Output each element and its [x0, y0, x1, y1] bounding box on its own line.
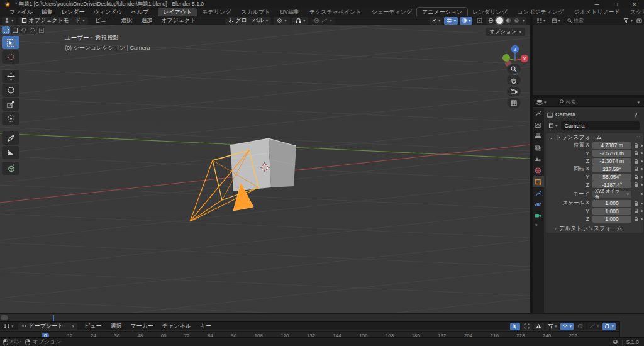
lock-icon[interactable] — [634, 150, 638, 156]
menu-item[interactable]: レンダー — [57, 8, 89, 16]
animate-dot[interactable] — [641, 145, 643, 147]
delta-transform-subpanel[interactable]: › デルタトランスフォーム — [546, 225, 643, 233]
show-overlays-toggle[interactable]: ▾ — [444, 17, 458, 25]
value-field[interactable]: -7.5761 m — [592, 150, 631, 157]
editor-type-button[interactable]: ▾ — [2, 17, 16, 25]
workspace-tab[interactable]: レイアウト — [158, 8, 197, 17]
value-field[interactable]: 55.954° — [592, 174, 631, 181]
auto-snap-selector[interactable]: ▾ — [560, 323, 574, 330]
tab-tool[interactable] — [533, 108, 544, 120]
snap-magnet-timeline[interactable]: ▾ — [602, 323, 616, 330]
camera-view-button[interactable] — [507, 87, 521, 96]
pivot-point-selector[interactable]: ▾ — [274, 17, 290, 25]
properties-options-button[interactable]: ▾ — [635, 100, 642, 104]
pan-view-button[interactable] — [507, 75, 521, 85]
tool-move[interactable] — [2, 70, 19, 83]
viewport-menu-item[interactable]: オブジェクト — [157, 16, 200, 25]
lock-icon[interactable] — [634, 143, 638, 148]
workspace-tab[interactable]: スクリプト作成 — [625, 8, 644, 17]
dope-sheet-mode-selector[interactable]: ドープシート ▾ — [18, 323, 78, 330]
outliner-display-mode[interactable]: ▾ — [535, 17, 548, 25]
tool-cursor[interactable] — [2, 50, 19, 64]
menu-item[interactable]: ファイル — [5, 8, 37, 16]
animate-dot[interactable] — [641, 168, 643, 170]
properties-search-input[interactable] — [557, 99, 633, 106]
tab-view-layer[interactable] — [533, 142, 544, 153]
tab-object-data[interactable] — [533, 210, 544, 221]
value-field[interactable]: 4.7307 m — [592, 142, 631, 149]
animate-dot[interactable] — [641, 193, 643, 195]
tab-object[interactable] — [533, 176, 544, 187]
tab-output[interactable] — [533, 131, 544, 142]
timeline-menu-item[interactable]: マーカー — [126, 322, 157, 330]
playhead-line[interactable] — [53, 315, 54, 321]
show-gizmo-toggle[interactable]: ▾ — [430, 17, 443, 25]
animate-dot[interactable] — [641, 152, 643, 154]
only-selected-toggle[interactable] — [510, 323, 520, 330]
tabs-overflow-chevron[interactable]: ▾ — [533, 221, 544, 230]
workspace-tab[interactable]: UV編集 — [275, 8, 304, 17]
menu-item[interactable]: ヘルプ — [127, 8, 153, 16]
value-field[interactable]: 217.59° — [592, 165, 631, 172]
viewport-3d[interactable]: ユーザー・透視投影 (0) シーンコレクション | Camera オプション ▾… — [0, 25, 530, 313]
tool-annotate[interactable] — [2, 131, 19, 145]
tool-add-cube[interactable] — [2, 162, 19, 175]
shading-wireframe-icon[interactable] — [488, 18, 494, 23]
workspace-tab[interactable]: ジオメトリノード — [569, 8, 625, 17]
workspace-tab[interactable]: コンポジティング — [513, 8, 569, 17]
tool-measure[interactable] — [2, 146, 19, 159]
select-box-button[interactable] — [11, 26, 19, 34]
animate-dot[interactable] — [641, 210, 643, 212]
tab-constraints[interactable] — [533, 187, 544, 199]
menu-item[interactable]: 編集 — [37, 8, 57, 16]
close-button[interactable]: × — [625, 1, 644, 8]
value-field[interactable]: 1.000 — [592, 208, 631, 215]
workspace-tab[interactable]: テクスチャペイント — [304, 8, 367, 17]
animate-dot[interactable] — [641, 203, 643, 204]
shading-rendered-icon[interactable] — [514, 18, 519, 23]
tab-scene[interactable] — [533, 153, 544, 165]
lock-icon[interactable] — [634, 166, 638, 172]
tab-render[interactable] — [533, 120, 544, 131]
timeline-editor-type[interactable]: ▾ — [2, 323, 16, 330]
panel-options-dots[interactable]: ∷ — [637, 135, 640, 140]
select-lasso-button[interactable] — [28, 26, 36, 34]
timeline-menu-item[interactable]: 選択 — [106, 322, 126, 330]
timeline-menu-item[interactable]: ビュー — [80, 322, 106, 330]
ortho-toggle-button[interactable] — [507, 98, 521, 108]
viewport-menu-item[interactable]: 選択 — [116, 16, 136, 25]
lock-icon[interactable] — [634, 174, 638, 180]
outliner-filter-button[interactable]: ▾ — [621, 17, 635, 25]
value-field[interactable]: -2.3074 m — [592, 158, 631, 165]
show-errors-toggle[interactable] — [534, 323, 544, 330]
pin-icon[interactable] — [633, 112, 638, 118]
xray-toggle[interactable]: ▾ — [460, 17, 473, 25]
lock-icon[interactable] — [634, 182, 638, 187]
select-mode-extra-button[interactable] — [37, 26, 45, 34]
object-name-field[interactable]: Camera — [561, 121, 640, 130]
workspace-tab[interactable]: レンダリング — [467, 8, 512, 17]
tool-transform[interactable] — [2, 112, 19, 125]
animate-dot[interactable] — [641, 176, 643, 178]
viewport-options-button[interactable]: オプション ▾ — [486, 28, 525, 36]
workspace-tab[interactable]: モデリング — [197, 8, 236, 17]
workspace-tab[interactable]: シェーディング — [367, 8, 417, 17]
render-region-toggle[interactable] — [474, 17, 484, 25]
proportional-edit-timeline[interactable] — [575, 323, 586, 330]
falloff-selector[interactable]: ▾ — [587, 323, 601, 330]
animate-dot[interactable] — [641, 160, 643, 162]
mode-selector[interactable]: オブジェクトモード ▾ — [18, 17, 88, 25]
timeline-menu-item[interactable]: チャンネル — [158, 322, 196, 330]
select-circle-button[interactable] — [19, 26, 28, 34]
lock-icon[interactable] — [634, 201, 638, 206]
lock-icon[interactable] — [634, 216, 638, 222]
viewport-menu-item[interactable]: 追加 — [136, 16, 157, 25]
transform-orientation-selector[interactable]: グローバル ▾ — [225, 17, 271, 25]
workspace-tab[interactable]: スカルプト — [236, 8, 275, 17]
animate-dot[interactable] — [641, 184, 643, 186]
menu-item[interactable]: ウィンドウ — [89, 8, 126, 16]
tab-physics[interactable] — [533, 199, 544, 210]
tool-rotate[interactable] — [2, 84, 19, 97]
zoom-view-button[interactable] — [507, 64, 521, 74]
lock-icon[interactable] — [634, 208, 638, 214]
